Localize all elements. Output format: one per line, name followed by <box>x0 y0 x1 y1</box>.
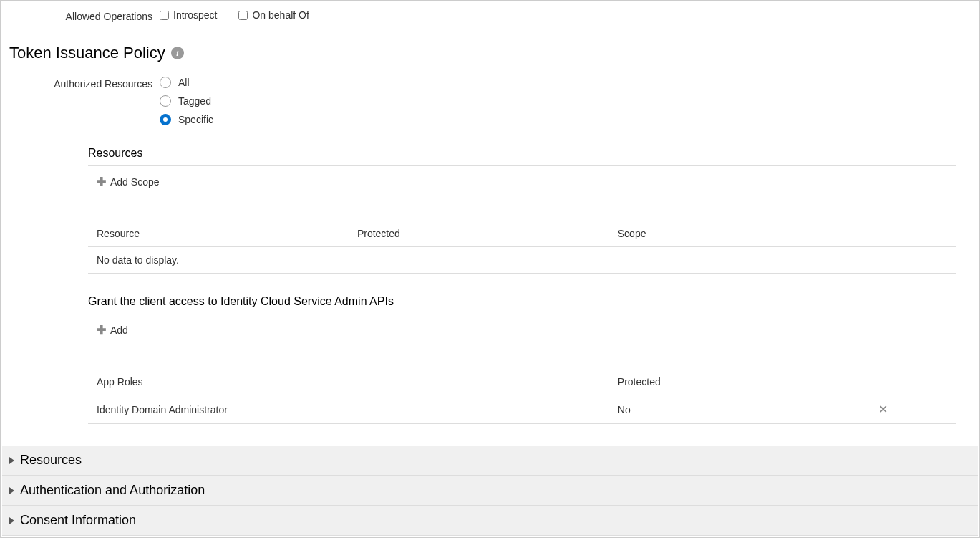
info-icon[interactable]: i <box>171 47 184 59</box>
radio-tagged-label: Tagged <box>178 95 211 107</box>
grant-row-role: Identity Domain Administrator <box>88 395 609 424</box>
introspect-checkbox-item[interactable]: Introspect <box>160 9 217 21</box>
accordion-resources[interactable]: Resources <box>2 446 978 476</box>
accordion-auth[interactable]: Authentication and Authorization <box>2 476 978 506</box>
add-label: Add <box>110 324 128 336</box>
add-scope-label: Add Scope <box>110 176 160 188</box>
introspect-label: Introspect <box>173 9 217 21</box>
accordion-resources-title: Resources <box>20 453 82 468</box>
close-icon[interactable]: ✕ <box>878 403 888 415</box>
allowed-operations-label: Allowed Operations <box>2 9 160 22</box>
on-behalf-of-checkbox[interactable] <box>238 11 248 20</box>
on-behalf-of-label: On behalf Of <box>252 9 309 21</box>
grant-col-approles: App Roles <box>88 369 609 395</box>
resources-empty-message: No data to display. <box>88 247 956 274</box>
introspect-checkbox[interactable] <box>160 11 169 20</box>
resources-subsection-title: Resources <box>88 147 956 166</box>
grant-subsection-title: Grant the client access to Identity Clou… <box>88 295 956 314</box>
radio-specific-label: Specific <box>178 114 213 125</box>
accordion-consent[interactable]: Consent Information <box>2 506 978 536</box>
resources-col-scope: Scope <box>609 221 956 247</box>
add-scope-button[interactable]: ✚ Add Scope <box>88 172 162 192</box>
grant-row-protected: No <box>609 395 870 424</box>
plus-icon: ✚ <box>97 324 106 336</box>
radio-tagged[interactable]: Tagged <box>160 95 978 107</box>
on-behalf-of-checkbox-item[interactable]: On behalf Of <box>238 9 309 21</box>
plus-icon: ✚ <box>97 176 106 188</box>
radio-specific-circle[interactable] <box>160 114 171 125</box>
radio-all-circle[interactable] <box>160 77 171 88</box>
resources-table: Resource Protected Scope No data to disp… <box>88 221 956 274</box>
table-row: Identity Domain Administrator No ✕ <box>88 395 956 424</box>
authorized-resources-label: Authorized Resources <box>2 77 160 90</box>
chevron-right-icon <box>9 517 14 524</box>
radio-all[interactable]: All <box>160 77 978 88</box>
radio-specific[interactable]: Specific <box>160 114 978 125</box>
radio-all-label: All <box>178 77 190 88</box>
grant-table: App Roles Protected Identity Domain Admi… <box>88 369 956 424</box>
policy-heading: Token Issuance Policy <box>9 44 165 62</box>
grant-col-protected: Protected <box>609 369 870 395</box>
add-button[interactable]: ✚ Add <box>88 320 131 340</box>
accordion-auth-title: Authentication and Authorization <box>20 483 205 498</box>
chevron-right-icon <box>9 487 14 494</box>
radio-tagged-circle[interactable] <box>160 95 171 107</box>
accordion-consent-title: Consent Information <box>20 513 136 528</box>
resources-col-protected: Protected <box>349 221 609 247</box>
resources-col-resource: Resource <box>88 221 349 247</box>
chevron-right-icon <box>9 457 14 464</box>
